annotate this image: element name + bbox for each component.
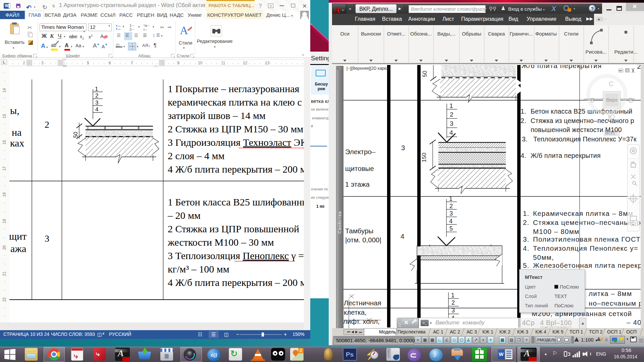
- svg-text:литка – 8мм: литка – 8мм: [589, 290, 632, 297]
- svg-text:3: 3: [95, 100, 98, 106]
- svg-text:Полиэтиленовая пленка ГОСТ 10: Полиэтиленовая пленка ГОСТ 10: [533, 235, 641, 243]
- svg-text:Стяжка из цементно–песчаного р: Стяжка из цементно–песчаного р: [531, 117, 634, 124]
- svg-text:4: 4: [449, 218, 452, 225]
- svg-text:1: 1: [95, 86, 98, 92]
- svg-text:1: 1: [449, 195, 452, 202]
- svg-text:Электро–: Электро–: [345, 148, 376, 156]
- svg-text:Теплоизоляция Пеноплекс у= 37: Теплоизоляция Пеноплекс у= 37: [533, 244, 641, 252]
- svg-text:3: 3: [449, 210, 453, 217]
- svg-text:Ж/б плита перекрытия: Ж/б плита перекрытия: [531, 152, 601, 159]
- svg-text:но–песчаным рас: но–песчаным рас: [589, 299, 641, 307]
- svg-text:|отм. 0,000|: |отм. 0,000|: [345, 236, 381, 244]
- svg-text:Стяжка цементно–песчаным рас: Стяжка цементно–песчаным рас: [533, 219, 641, 226]
- svg-text:Лестничная: Лестничная: [344, 299, 381, 307]
- svg-text:4.: 4.: [521, 152, 526, 159]
- svg-text:Ж/б плита перекрытия: Ж/б плита перекрытия: [522, 65, 602, 69]
- svg-text:щитовые: щитовые: [345, 165, 374, 172]
- svg-text:Тамбуры: Тамбуры: [345, 227, 373, 235]
- svg-text:2: 2: [449, 203, 453, 209]
- svg-text:4: 4: [95, 106, 98, 113]
- svg-text:5: 5: [449, 225, 453, 232]
- svg-text:Железобетонная плита перекрыти: Железобетонная плита перекрытия: [533, 261, 641, 269]
- svg-text:1 этажа: 1 этажа: [345, 180, 370, 188]
- svg-text:3.: 3.: [523, 235, 530, 243]
- svg-text:Керамическая плитка – 8мм: Керамическая плитка – 8мм: [533, 209, 633, 217]
- svg-text:2: 2: [95, 93, 98, 99]
- svg-text:3.: 3.: [522, 135, 528, 143]
- svg-text:клетка,: клетка,: [344, 308, 367, 316]
- svg-text:4: 4: [400, 232, 404, 240]
- svg-text:лифт. холл,: лифт. холл,: [343, 317, 380, 325]
- svg-text:1.: 1.: [523, 209, 530, 217]
- svg-text:50: 50: [73, 132, 78, 138]
- svg-text:2: 2: [450, 111, 453, 118]
- svg-text:1.: 1.: [521, 108, 526, 115]
- svg-text:50: 50: [422, 71, 428, 77]
- svg-text:М100 – 80мм: М100 – 80мм: [533, 228, 579, 235]
- svg-text:1: 1: [451, 292, 454, 299]
- svg-text:3: 3: [401, 144, 405, 152]
- svg-text:2.: 2.: [523, 219, 530, 226]
- svg-text:Теплоизоляция Пеноплекс У=37к: Теплоизоляция Пеноплекс У=37к: [533, 135, 637, 143]
- svg-text:4.: 4.: [523, 244, 530, 252]
- svg-text:3: 3: [450, 120, 453, 127]
- svg-text:150: 150: [421, 153, 427, 162]
- svg-text:50мм,: 50мм,: [533, 253, 554, 261]
- svg-text:4: 4: [449, 129, 453, 136]
- svg-text:1: 1: [449, 102, 453, 109]
- svg-text:2.: 2.: [521, 117, 526, 124]
- svg-text:повышенной жесткости М100: повышенной жесткости М100: [531, 126, 622, 133]
- svg-text:5.: 5.: [523, 261, 530, 269]
- svg-text:– 40: – 40: [627, 318, 641, 326]
- svg-text:22: 22: [637, 65, 641, 70]
- svg-text:2: 2: [451, 299, 455, 306]
- svg-text:3: 3: [451, 307, 455, 314]
